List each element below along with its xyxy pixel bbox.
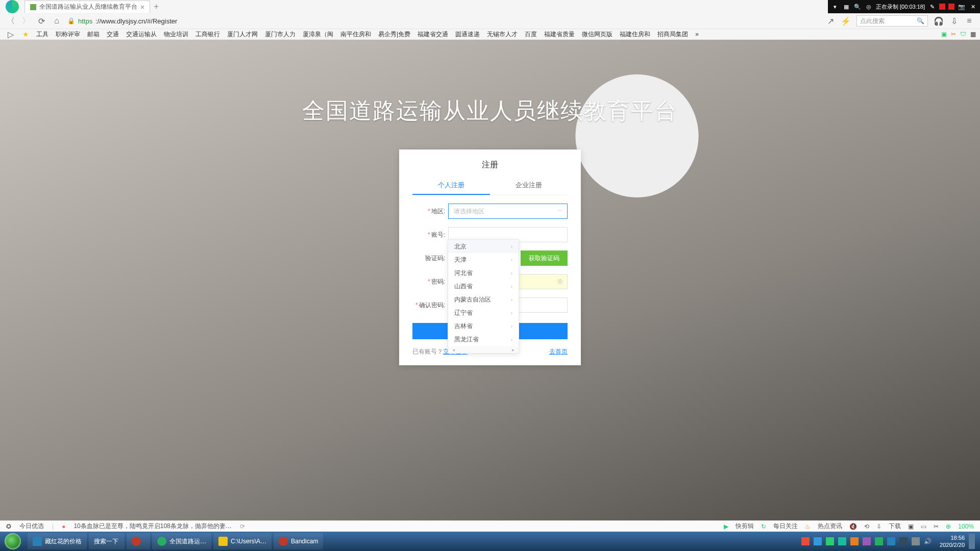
taskbar-item[interactable]: 搜索一下 — [89, 533, 125, 549]
taskbar-clock[interactable]: 18:56 2020/2/20 — [936, 534, 965, 548]
browser-search[interactable]: 点此搜索 🔍 — [856, 15, 928, 27]
dropdown-item[interactable]: 黑龙江省› — [448, 333, 519, 346]
camera-icon[interactable]: 📷 — [958, 3, 966, 11]
tray-icon[interactable] — [899, 537, 908, 545]
taskbar-item[interactable]: Bandicam — [274, 533, 323, 549]
status-daily[interactable]: 每日关注 — [773, 522, 798, 531]
magnify-icon[interactable]: 🔍 — [853, 3, 862, 11]
bookmark-item[interactable]: 工具 — [36, 30, 48, 39]
search-icon[interactable]: 🔍 — [917, 17, 924, 24]
pencil-icon[interactable]: ✎ — [928, 3, 936, 11]
bookmark-item[interactable]: 南平住房和 — [340, 30, 371, 39]
mute-icon[interactable]: 🔇 — [849, 523, 857, 530]
bookmark-item[interactable]: 交通 — [107, 30, 119, 39]
bookmark-item[interactable]: 交通运输从 — [126, 30, 157, 39]
get-captcha-button[interactable]: 获取验证码 — [521, 251, 568, 266]
pip-icon[interactable]: ▣ — [908, 523, 914, 530]
grid-icon[interactable]: ▦ — [842, 3, 850, 11]
home-icon[interactable]: ⌂ — [52, 16, 61, 26]
tray-icon[interactable] — [826, 537, 834, 545]
bookmark-item[interactable]: 厦门人才网 — [227, 30, 258, 39]
ext-shield-icon[interactable]: 🛡 — [960, 31, 966, 38]
scroll-left-icon[interactable]: ◂ — [452, 347, 455, 353]
menu-icon[interactable]: ≡ — [965, 16, 974, 26]
bookmark-item[interactable]: 圆通速递 — [455, 30, 480, 39]
bookmark-item[interactable]: 邮箱 — [87, 30, 100, 39]
bookmark-item[interactable]: 易企秀|免费 — [378, 30, 410, 39]
status-news[interactable]: 10条血脉已是至尊，陆鸣竟开启108条龙脉，抛弃他的妻… — [74, 522, 231, 531]
dropdown-item[interactable]: 山西省› — [448, 280, 519, 293]
status-quickedit[interactable]: 快剪辑 — [736, 522, 754, 531]
record-stop-icon[interactable] — [939, 4, 945, 10]
download-icon[interactable]: ⇩ — [949, 16, 959, 26]
bookmark-item[interactable]: 物业培训 — [164, 30, 188, 39]
tray-icon[interactable] — [850, 537, 859, 545]
bookmark-item[interactable]: 微信网页版 — [582, 30, 612, 39]
download-small-icon[interactable]: ⇩ — [876, 523, 881, 530]
bookmark-play-icon[interactable]: ▷ — [6, 30, 15, 39]
status-today-icon[interactable]: ✪ — [6, 523, 11, 530]
tab-close-icon[interactable]: × — [140, 3, 144, 11]
show-desktop[interactable] — [969, 534, 975, 549]
taskbar-item[interactable]: C:\Users\A… — [213, 533, 272, 549]
tray-icon[interactable] — [838, 537, 846, 545]
close-icon[interactable]: ✕ — [969, 3, 977, 11]
tray-icon[interactable] — [863, 537, 871, 545]
bookmark-item[interactable]: 百度 — [525, 30, 537, 39]
dropdown-item[interactable]: 河北省› — [448, 266, 519, 280]
zoom-icon[interactable]: ⊕ — [946, 523, 951, 530]
dropdown-item[interactable]: 北京› — [448, 240, 519, 253]
status-today[interactable]: 今日优选 — [19, 522, 44, 531]
bookmark-item[interactable]: 职称评审 — [56, 30, 80, 39]
dropdown-item[interactable]: 辽宁省› — [448, 306, 519, 319]
cut-icon[interactable]: ✂ — [934, 523, 939, 530]
dropdown-item[interactable]: 内蒙古自治区› — [448, 293, 519, 306]
bookmark-item[interactable]: 福建省质量 — [544, 30, 575, 39]
new-tab-button[interactable]: + — [150, 2, 162, 11]
bookmark-item[interactable]: 福建省交通 — [418, 30, 448, 39]
tab-enterprise[interactable]: 企业注册 — [490, 177, 568, 195]
headphones-icon[interactable]: 🎧 — [934, 16, 943, 26]
bookmark-more-icon[interactable]: » — [695, 31, 699, 38]
play-icon[interactable]: ▶ — [724, 523, 728, 530]
bookmark-item[interactable]: 福建住房和 — [620, 30, 650, 39]
refresh-small-icon[interactable]: ⟲ — [864, 523, 869, 530]
tray-icon[interactable] — [875, 537, 883, 545]
bookmark-item[interactable]: 招商局集团 — [657, 30, 688, 39]
taskbar-item[interactable]: 藏红花的价格 — [28, 533, 87, 549]
tray-icon[interactable] — [912, 537, 920, 545]
home-link[interactable]: 去首页 — [549, 347, 568, 356]
hot-icon[interactable]: ♨ — [805, 523, 811, 530]
tab-personal[interactable]: 个人注册 — [412, 177, 490, 195]
flash-icon[interactable]: ⚡ — [841, 16, 850, 26]
tray-icon[interactable] — [814, 537, 822, 545]
chevron-down-icon[interactable]: ▾ — [831, 3, 839, 11]
tray-icon[interactable] — [887, 537, 895, 545]
start-button[interactable] — [0, 532, 26, 551]
sync-icon[interactable]: ↻ — [761, 523, 766, 530]
tray-icon[interactable] — [801, 537, 810, 545]
bookmark-item[interactable]: 厦门市人力 — [265, 30, 296, 39]
dropdown-scroll[interactable]: ◂▸ — [448, 346, 519, 353]
back-icon[interactable]: 〈 — [6, 16, 15, 26]
region-select[interactable]: 请选择地区 ﹀ — [448, 204, 568, 219]
status-hot[interactable]: 热点资讯 — [818, 522, 842, 531]
ext-icon[interactable]: ▣ — [941, 31, 947, 38]
dropdown-item[interactable]: 吉林省› — [448, 319, 519, 333]
bookmark-item[interactable]: 无锡市人才 — [487, 30, 518, 39]
ext-grid-icon[interactable]: ▦ — [970, 31, 976, 38]
forward-icon[interactable]: 〉 — [21, 16, 31, 26]
dropdown-item[interactable]: 天津› — [448, 253, 519, 266]
share-icon[interactable]: ↗ — [826, 16, 835, 26]
taskbar-item[interactable] — [127, 533, 150, 549]
scroll-right-icon[interactable]: ▸ — [512, 347, 514, 353]
status-download[interactable]: 下载 — [889, 522, 901, 531]
stop-icon[interactable] — [948, 4, 954, 10]
eye-icon[interactable]: ◎ — [557, 278, 562, 285]
bookmark-item[interactable]: 工商银行 — [195, 30, 220, 39]
volume-icon[interactable]: 🔊 — [924, 538, 932, 545]
reload-icon[interactable]: ⟳ — [37, 16, 46, 26]
bookmark-item[interactable]: 厦漳泉（闽 — [303, 30, 333, 39]
address-bar[interactable]: 🔒 https://www.dlysjsy.cn/#/Register — [67, 17, 820, 25]
star-icon[interactable]: ★ — [22, 30, 29, 38]
